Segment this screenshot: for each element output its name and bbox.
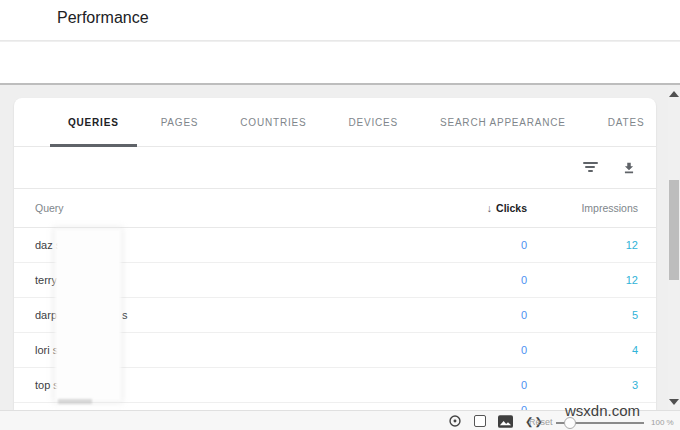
query-suffix: s bbox=[122, 309, 128, 321]
vertical-scrollbar[interactable] bbox=[668, 87, 680, 410]
scroll-up-icon[interactable] bbox=[669, 91, 679, 97]
tab-queries[interactable]: QUERIES bbox=[50, 98, 137, 147]
tab-countries[interactable]: COUNTRIES bbox=[222, 98, 324, 147]
table-toolbar bbox=[14, 147, 656, 189]
clicks-cell: 0 bbox=[427, 239, 527, 251]
tab-devices[interactable]: DEVICES bbox=[330, 98, 416, 147]
table-row-partial[interactable]: 0 bbox=[14, 403, 656, 410]
clicks-cell: 0 bbox=[427, 379, 527, 391]
tab-pages[interactable]: PAGES bbox=[143, 98, 217, 147]
clicks-cell: 0 bbox=[427, 309, 527, 321]
performance-report: Performance Search type: Web Date: Last … bbox=[0, 0, 680, 430]
target-icon[interactable] bbox=[448, 414, 462, 428]
impressions-cell: 4 bbox=[527, 344, 638, 356]
impressions-cell: 3 bbox=[527, 379, 638, 391]
page-title: Performance bbox=[57, 9, 149, 27]
zoom-slider[interactable] bbox=[556, 422, 644, 424]
redaction-blur bbox=[55, 229, 121, 401]
impressions-column-header[interactable]: Impressions bbox=[527, 202, 638, 214]
image-icon[interactable] bbox=[498, 415, 513, 428]
app-header: Performance bbox=[0, 0, 680, 41]
tab-dates[interactable]: DATES bbox=[590, 98, 656, 147]
redaction-smudge bbox=[58, 399, 92, 404]
scrollbar-thumb[interactable] bbox=[669, 180, 679, 280]
watermark: wsxdn.com bbox=[565, 402, 640, 419]
clicks-cell: 0 bbox=[427, 403, 527, 410]
impressions-cell: 12 bbox=[527, 239, 638, 251]
clicks-cell: 0 bbox=[427, 344, 527, 356]
filter-bar: Search type: Web Date: Last 3 months + N… bbox=[0, 42, 680, 85]
download-icon[interactable] bbox=[622, 161, 636, 175]
dimension-tabs: QUERIES PAGES COUNTRIES DEVICES SEARCH A… bbox=[14, 98, 656, 147]
clicks-column-header[interactable]: ↓Clicks bbox=[427, 202, 527, 214]
tab-search-appearance[interactable]: SEARCH APPEARANCE bbox=[422, 98, 584, 147]
table-filter-icon[interactable] bbox=[583, 162, 598, 173]
reset-button[interactable]: Reset bbox=[529, 417, 553, 427]
zoom-percent: 100 % bbox=[651, 418, 674, 427]
checkbox-icon[interactable] bbox=[474, 415, 486, 427]
table-body: daz s 0 12 terry 0 12 darpas 0 5 bbox=[14, 228, 656, 410]
query-column-header[interactable]: Query bbox=[14, 202, 427, 214]
sort-desc-icon: ↓ bbox=[487, 202, 492, 214]
clicks-cell: 0 bbox=[427, 274, 527, 286]
table-header-row: Query ↓Clicks Impressions bbox=[14, 189, 656, 228]
report-card: QUERIES PAGES COUNTRIES DEVICES SEARCH A… bbox=[14, 98, 656, 410]
impressions-cell: 5 bbox=[527, 309, 638, 321]
bottom-toolbar: ❮❯ Reset 100 % wsxdn.com bbox=[0, 410, 680, 430]
impressions-cell: 12 bbox=[527, 274, 638, 286]
content-area: QUERIES PAGES COUNTRIES DEVICES SEARCH A… bbox=[0, 87, 680, 410]
scroll-down-icon[interactable] bbox=[669, 399, 679, 405]
